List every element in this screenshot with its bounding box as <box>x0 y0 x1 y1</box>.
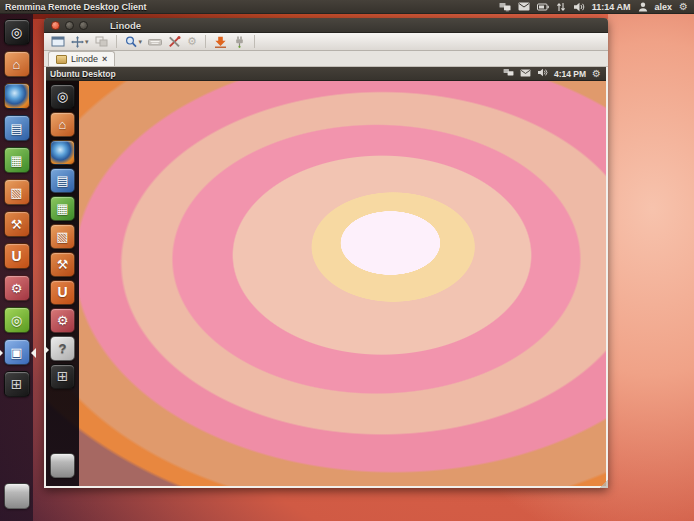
active-app-title: Remmina Remote Desktop Client <box>5 2 147 12</box>
preferences-tools-icon[interactable] <box>168 35 181 49</box>
gears-icon: ⚙ <box>187 35 197 49</box>
tab-close-icon[interactable]: × <box>102 54 107 64</box>
remote-clock[interactable]: 4:14 PM <box>554 69 586 79</box>
fullscreen-icon[interactable] <box>51 35 65 49</box>
disconnect-plug-icon[interactable] <box>233 35 246 49</box>
remote-top-panel: Ubuntu Desktop 4:14 PM ⚙ <box>46 67 606 81</box>
remote-desktop[interactable]: Ubuntu Desktop 4:14 PM ⚙ ◎ ⌂ ▤ ▦ ▧ <box>46 67 606 486</box>
remote-launcher-item-home-folder[interactable]: ⌂ <box>50 112 75 137</box>
minimize-button[interactable] <box>65 21 74 30</box>
resize-grip[interactable] <box>600 480 608 488</box>
session-gear-icon[interactable]: ⚙ <box>592 69 601 79</box>
close-button[interactable] <box>51 21 60 30</box>
ubuntu-green-icon: ◎ <box>11 314 22 327</box>
sync-arrows-icon[interactable] <box>556 2 566 12</box>
ubuntu-one-icon: U <box>11 250 21 263</box>
remote-wallpaper <box>46 81 606 486</box>
home-folder-icon: ⌂ <box>59 118 67 131</box>
remote-launcher-item-dash-home[interactable]: ◎ <box>50 84 75 109</box>
settings-gear-icon: ⚙ <box>57 314 69 327</box>
launcher-item-trash[interactable] <box>4 483 30 509</box>
launcher-item-software-center[interactable]: ⚒ <box>4 211 30 237</box>
remote-launcher-item-firefox[interactable] <box>50 140 75 165</box>
mail-icon[interactable] <box>518 2 530 11</box>
launcher-item-home-folder[interactable]: ⌂ <box>4 51 30 77</box>
launcher-item-dash-home[interactable]: ◎ <box>4 19 30 45</box>
remmina-toolbar: ▾ ▾ ⚙ <box>44 33 608 51</box>
launcher-item-remmina-active[interactable]: ▣ <box>4 339 30 365</box>
launcher-item-libreoffice-writer[interactable]: ▤ <box>4 115 30 141</box>
calc-sheet-icon: ▦ <box>56 202 68 215</box>
remote-launcher-item-ubuntu-one[interactable]: U <box>50 280 75 305</box>
remote-viewport[interactable]: Ubuntu Desktop 4:14 PM ⚙ ◎ ⌂ ▤ ▦ ▧ <box>44 67 608 488</box>
toolbar-separator <box>116 35 117 48</box>
writer-doc-icon: ▤ <box>56 174 68 187</box>
session-gear-icon[interactable]: ⚙ <box>679 2 688 12</box>
launcher-item-firefox[interactable] <box>4 83 30 109</box>
impress-slide-icon: ▧ <box>56 230 68 243</box>
minimize-to-tray-icon[interactable] <box>214 35 227 49</box>
toolbar-separator <box>254 35 255 48</box>
top-panel: Remmina Remote Desktop Client 11:14 AM a… <box>0 0 694 14</box>
calc-sheet-icon: ▦ <box>10 154 22 167</box>
indicator-tray: 11:14 AM alex ⚙ <box>499 2 694 12</box>
home-folder-icon: ⌂ <box>13 58 21 71</box>
remote-launcher-item-libreoffice-writer[interactable]: ▤ <box>50 168 75 193</box>
battery-icon[interactable] <box>537 3 549 11</box>
writer-doc-icon: ▤ <box>10 122 22 135</box>
tab-label: Linode <box>71 54 98 64</box>
network-icon[interactable] <box>503 68 514 79</box>
remmina-window: Linode ▾ ▾ ⚙ Linode × Ubuntu Desktop <box>44 18 608 488</box>
clock[interactable]: 11:14 AM <box>592 2 631 12</box>
network-icon[interactable] <box>499 2 511 12</box>
software-bag-icon: ⚒ <box>57 258 69 271</box>
zoom-icon[interactable]: ▾ <box>125 35 143 49</box>
remote-launcher-item-workspace-switcher[interactable]: ⊞ <box>50 364 75 389</box>
volume-icon[interactable] <box>573 2 585 12</box>
toolbar-separator <box>205 35 206 48</box>
launcher-item-libreoffice-calc[interactable]: ▦ <box>4 147 30 173</box>
settings-gear-icon: ⚙ <box>11 282 23 295</box>
window-title: Linode <box>110 20 141 31</box>
remote-launcher-item-libreoffice-impress[interactable]: ▧ <box>50 224 75 249</box>
connection-tab-icon <box>56 55 67 64</box>
launcher-item-ubuntu-software[interactable]: ◎ <box>4 307 30 333</box>
impress-slide-icon: ▧ <box>10 186 22 199</box>
launcher-item-system-settings[interactable]: ⚙ <box>4 275 30 301</box>
tab-linode[interactable]: Linode × <box>48 51 115 66</box>
unity-launcher: ◎ ⌂ ▤ ▦ ▧ ⚒ U ⚙ ◎ ▣ ⊞ <box>0 14 33 521</box>
launcher-item-libreoffice-impress[interactable]: ▧ <box>4 179 30 205</box>
launcher-item-workspace-switcher[interactable]: ⊞ <box>4 371 30 397</box>
pan-icon[interactable]: ▾ <box>71 35 89 49</box>
zoom-menu-caret[interactable]: ▾ <box>139 38 143 46</box>
remmina-screen-icon: ▣ <box>10 346 22 359</box>
scaled-mode-icon <box>95 35 108 49</box>
remote-launcher-item-unknown-window[interactable]: ? <box>50 336 75 361</box>
remote-panel-title: Ubuntu Desktop <box>50 69 116 79</box>
keyboard-grab-icon <box>148 35 162 49</box>
workspace-grid-icon: ⊞ <box>57 370 69 383</box>
unknown-app-icon: ? <box>59 342 67 355</box>
user-icon <box>638 2 648 12</box>
remote-unity-launcher: ◎ ⌂ ▤ ▦ ▧ ⚒ U ⚙ ? ⊞ <box>46 81 79 486</box>
pan-menu-caret[interactable]: ▾ <box>85 38 89 46</box>
maximize-button[interactable] <box>79 21 88 30</box>
volume-icon[interactable] <box>537 68 548 79</box>
window-titlebar[interactable]: Linode <box>44 18 608 33</box>
ubuntu-logo-icon: ◎ <box>57 90 68 103</box>
tab-bar: Linode × <box>44 51 608 67</box>
remote-launcher-item-software-center[interactable]: ⚒ <box>50 252 75 277</box>
remote-indicator-tray: 4:14 PM ⚙ <box>503 68 606 79</box>
launcher-item-ubuntu-one[interactable]: U <box>4 243 30 269</box>
workspace-grid-icon: ⊞ <box>11 378 23 391</box>
ubuntu-one-icon: U <box>57 286 67 299</box>
software-bag-icon: ⚒ <box>11 218 23 231</box>
remote-launcher-item-trash[interactable] <box>50 453 75 478</box>
remote-launcher-item-system-settings[interactable]: ⚙ <box>50 308 75 333</box>
mail-icon[interactable] <box>520 69 531 79</box>
remote-launcher-item-libreoffice-calc[interactable]: ▦ <box>50 196 75 221</box>
ubuntu-logo-icon: ◎ <box>11 26 22 39</box>
user-menu[interactable]: alex <box>655 2 673 12</box>
